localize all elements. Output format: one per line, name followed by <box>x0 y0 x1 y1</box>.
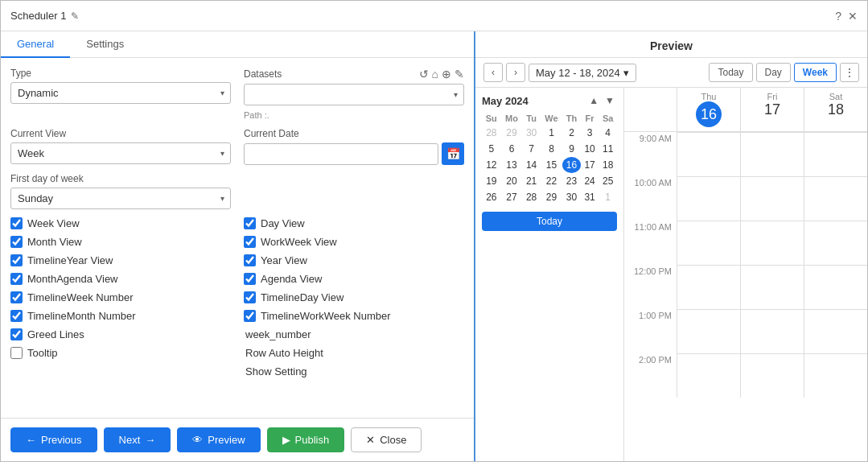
mini-cal-day[interactable]: 18 <box>599 157 617 173</box>
cell-sat-1pm[interactable] <box>804 309 867 353</box>
first-day-select[interactable]: Sunday <box>10 188 231 209</box>
month-agenda-checkbox[interactable] <box>10 273 23 285</box>
mini-cal-day[interactable]: 29 <box>501 125 523 141</box>
mini-cal-selected-day[interactable]: 16 <box>562 157 581 173</box>
timeline-month-checkbox[interactable] <box>10 310 23 322</box>
mini-cal-day[interactable]: 28 <box>522 189 540 205</box>
datasets-home-icon[interactable]: ⌂ <box>432 68 438 80</box>
workweek-view-checkbox[interactable] <box>244 236 256 248</box>
close-window-icon[interactable]: ✕ <box>848 10 858 23</box>
scheduler-prev-btn[interactable]: ‹ <box>483 63 503 82</box>
mini-cal-day[interactable]: 11 <box>599 141 617 157</box>
mini-cal-day[interactable]: 17 <box>581 157 599 173</box>
timeline-year-checkbox[interactable] <box>10 254 23 266</box>
tooltip-checkbox[interactable] <box>10 347 23 359</box>
day-view-checkbox[interactable] <box>244 217 256 229</box>
week-view-btn[interactable]: Week <box>794 63 837 82</box>
cell-fri-12pm[interactable] <box>740 265 804 309</box>
sched-body[interactable]: 9:00 AM 10:00 AM 11:00 AM <box>624 132 867 461</box>
mini-cal-day[interactable]: 27 <box>501 189 523 205</box>
mini-cal-day[interactable]: 13 <box>501 157 523 173</box>
more-options-btn[interactable]: ⋮ <box>840 63 859 82</box>
mini-cal-day[interactable]: 22 <box>541 173 562 189</box>
mini-cal-day[interactable]: 31 <box>581 189 599 205</box>
datasets-edit-icon[interactable]: ✎ <box>455 68 464 80</box>
mini-cal-day[interactable]: 3 <box>581 125 599 141</box>
mini-cal-day[interactable]: 1 <box>541 125 562 141</box>
cell-thu-9am[interactable] <box>677 132 740 176</box>
day-view-btn[interactable]: Day <box>756 63 791 82</box>
current-view-select[interactable]: Week <box>10 142 231 164</box>
mini-cal-day[interactable]: 20 <box>501 173 523 189</box>
type-select[interactable]: Dynamic <box>10 82 231 104</box>
mini-cal-day[interactable]: 23 <box>562 173 581 189</box>
year-view-checkbox[interactable] <box>244 254 256 266</box>
agenda-view-checkbox[interactable] <box>244 273 256 285</box>
calendar-picker-btn[interactable]: 📅 <box>442 142 464 165</box>
cell-sat-12pm[interactable] <box>804 265 867 309</box>
mini-cal-day[interactable]: 6 <box>501 141 523 157</box>
timeline-week-checkbox[interactable] <box>10 291 23 303</box>
next-button[interactable]: Next → <box>104 427 171 452</box>
mini-cal-day[interactable]: 28 <box>482 125 501 141</box>
mini-cal-day[interactable]: 25 <box>599 173 617 189</box>
mini-cal-day[interactable]: 14 <box>522 157 540 173</box>
tab-settings[interactable]: Settings <box>70 31 140 58</box>
previous-button[interactable]: ← Previous <box>10 427 97 452</box>
mini-cal-day[interactable]: 15 <box>541 157 562 173</box>
timeline-workweek-checkbox[interactable] <box>244 310 256 322</box>
publish-button[interactable]: ▶ Publish <box>267 427 345 452</box>
mini-cal-day[interactable]: 4 <box>599 125 617 141</box>
mini-cal-day[interactable]: 19 <box>482 173 501 189</box>
mini-cal-day[interactable]: 29 <box>541 189 562 205</box>
mini-cal-day[interactable]: 21 <box>522 173 540 189</box>
calendar-grid: Thu 16 Fri 17 Sat 18 <box>624 88 867 461</box>
mini-cal-day[interactable]: 5 <box>482 141 501 157</box>
cell-thu-2pm[interactable] <box>677 353 740 398</box>
cell-fri-9am[interactable] <box>740 132 804 176</box>
mini-cal-day[interactable]: 8 <box>541 141 562 157</box>
month-view-checkbox[interactable] <box>10 236 23 248</box>
datasets-select[interactable] <box>244 84 464 105</box>
mini-cal-day[interactable]: 30 <box>522 125 540 141</box>
scheduler-next-btn[interactable]: › <box>506 63 525 82</box>
tab-general[interactable]: General <box>1 31 70 58</box>
close-button[interactable]: ✕ Close <box>351 427 422 452</box>
cell-thu-12pm[interactable] <box>677 265 740 309</box>
mini-cal-prev[interactable]: ▲ <box>586 94 601 107</box>
cell-fri-1pm[interactable] <box>740 309 804 353</box>
mini-cal-day[interactable]: 7 <box>522 141 540 157</box>
mini-cal-day[interactable]: 2 <box>562 125 581 141</box>
cell-fri-10am[interactable] <box>740 176 804 221</box>
cell-sat-11am[interactable] <box>804 221 867 265</box>
cell-sat-9am[interactable] <box>804 132 867 176</box>
scheduler-date-range[interactable]: May 12 - 18, 2024 ▾ <box>529 64 636 82</box>
cell-thu-11am[interactable] <box>677 221 740 265</box>
mini-cal-day[interactable]: 24 <box>581 173 599 189</box>
mini-cal-day[interactable]: 30 <box>562 189 581 205</box>
preview-button[interactable]: 👁 Preview <box>177 427 260 452</box>
cell-fri-11am[interactable] <box>740 221 804 265</box>
mini-cal-day[interactable]: 26 <box>482 189 501 205</box>
mini-cal-next[interactable]: ▼ <box>603 94 617 107</box>
week-view-checkbox[interactable] <box>10 217 23 229</box>
datasets-add-icon[interactable]: ⊕ <box>442 68 451 80</box>
mini-cal-today-btn[interactable]: Today <box>482 212 617 231</box>
cell-sat-10am[interactable] <box>804 176 867 221</box>
mini-cal-day[interactable]: 10 <box>581 141 599 157</box>
close-label: Close <box>380 434 406 446</box>
current-date-input[interactable] <box>244 143 438 165</box>
cell-thu-10am[interactable] <box>677 176 740 221</box>
mini-cal-day[interactable]: 9 <box>562 141 581 157</box>
cell-fri-2pm[interactable] <box>740 353 804 398</box>
datasets-refresh-icon[interactable]: ↺ <box>419 68 429 80</box>
cell-sat-2pm[interactable] <box>804 353 867 398</box>
help-icon[interactable]: ? <box>835 10 841 23</box>
today-view-btn[interactable]: Today <box>709 63 752 82</box>
edit-title-icon[interactable]: ✎ <box>71 10 79 22</box>
mini-cal-day[interactable]: 12 <box>482 157 501 173</box>
mini-cal-day[interactable]: 1 <box>599 189 617 205</box>
cell-thu-1pm[interactable] <box>677 309 740 353</box>
greed-lines-checkbox[interactable] <box>10 328 23 340</box>
timeline-day-checkbox[interactable] <box>244 291 256 303</box>
